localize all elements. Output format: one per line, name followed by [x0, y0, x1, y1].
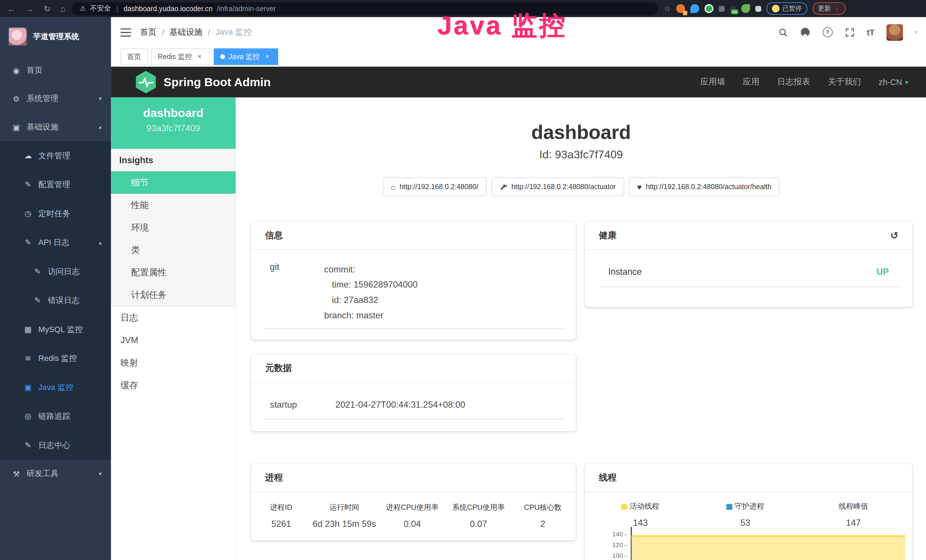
sba-logo-icon[interactable] [136, 71, 156, 93]
sba-nav-journal[interactable]: 日志报表 [777, 77, 810, 87]
sidebar-item-scheduled-jobs[interactable]: ◷ 定时任务 [0, 199, 111, 228]
close-icon[interactable]: × [263, 53, 271, 61]
info-card: 信息 git commit: time: 1596289704000 id: 2… [251, 222, 576, 340]
health-status-badge: UP [876, 266, 889, 276]
health-url-button[interactable]: ♥ http://192.168.0.2:48080/actuator/heal… [629, 177, 780, 196]
sba-section-insights: Insights [111, 149, 236, 171]
security-label[interactable]: 不安全 [90, 3, 111, 14]
ext-grid-icon[interactable] [719, 6, 725, 12]
sidebar-item-label: API 日志 [38, 237, 70, 248]
sidebar-item-java-monitor[interactable]: ▣ Java 监控 [0, 373, 111, 402]
sidebar-item-mysql-monitor[interactable]: ▦ MySQL 监控 [0, 315, 111, 344]
sba-item-logs[interactable]: 日志 [111, 307, 236, 329]
divider [601, 286, 902, 287]
avatar-caret-icon[interactable]: ▾ [915, 29, 918, 35]
sidebar-item-log-center[interactable]: ✎ 日志中心 [0, 431, 111, 460]
access-log-icon: ✎ [33, 267, 42, 276]
sidebar-item-label: 日志中心 [38, 440, 70, 451]
back-icon[interactable]: ← [7, 4, 15, 13]
tab-label: Java 监控 [228, 51, 260, 62]
history-icon[interactable]: ↺ [890, 230, 898, 241]
sba-item-metrics[interactable]: 性能 [111, 194, 236, 216]
sidebar-item-tracing[interactable]: ◎ 链路追踪 [0, 402, 111, 430]
forward-icon[interactable]: → [26, 4, 34, 13]
fullscreen-icon[interactable] [844, 27, 855, 37]
ext-pin-icon[interactable] [690, 4, 699, 13]
live-threads-area [631, 535, 905, 560]
ext-switch-icon[interactable]: on [730, 6, 736, 12]
sidebar-item-api-log[interactable]: ✎ API 日志 ▴ [0, 228, 111, 257]
tab-redis-monitor[interactable]: Redis 监控 × [151, 48, 210, 65]
api-log-icon: ✎ [24, 238, 33, 247]
sidebar-item-config-manage[interactable]: ✎ 配置管理 [0, 170, 111, 199]
process-sys-cpu-value: 0.07 [447, 519, 510, 529]
sidebar-item-label: 系统管理 [27, 93, 59, 104]
ext-leaf-icon[interactable] [741, 4, 750, 13]
ext-on-badge: on [731, 9, 738, 14]
sidebar-item-home[interactable]: ◉ 首页 [0, 56, 111, 85]
chevron-down-icon: ▾ [905, 78, 908, 86]
sidebar-item-system[interactable]: ⚙ 系统管理 ▾ [0, 85, 111, 113]
dashboard-icon: ◉ [12, 66, 21, 75]
breadcrumb-infrastructure[interactable]: 基础设施 [169, 27, 203, 37]
sba-item-details[interactable]: 细节 [111, 171, 236, 194]
ext-puzzle-icon[interactable] [755, 6, 761, 12]
sba-sidebar: dashboard 93a3fc7f7409 Insights 细节 性能 环境… [111, 98, 236, 560]
search-icon[interactable] [778, 27, 788, 37]
font-size-icon[interactable]: tT [867, 27, 875, 37]
paused-extension-pill[interactable]: 已暂停 [767, 2, 807, 15]
hamburger-icon[interactable] [120, 28, 131, 36]
reload-icon[interactable]: ↻ [44, 4, 50, 13]
github-icon[interactable] [800, 27, 811, 37]
daemon-threads-swatch [726, 504, 732, 510]
actuator-url-button[interactable]: http://192.168.0.2:48080/actuator [492, 177, 624, 196]
tab-java-monitor[interactable]: Java 监控 × [214, 48, 278, 65]
sba-item-classes[interactable]: 类 [111, 239, 236, 261]
sba-instance-id: 93a3fc7f7409 [111, 123, 236, 133]
infrastructure-icon: ▣ [12, 123, 21, 132]
ytick-100: 100 [601, 552, 627, 559]
kebab-menu-icon[interactable]: ⋮ [834, 5, 840, 12]
process-col-sys-cpu: 系统CPU使用率 [447, 502, 510, 513]
warning-icon: ⚠ [80, 5, 86, 12]
sba-item-scheduled-tasks[interactable]: 计划任务 [111, 283, 236, 307]
help-icon[interactable]: ? [823, 27, 832, 37]
tab-label: 首页 [127, 51, 141, 62]
sba-nav-applications[interactable]: 应用 [743, 77, 760, 87]
close-icon[interactable]: × [195, 53, 204, 61]
sba-nav-wallboard[interactable]: 应用墙 [701, 77, 725, 87]
sidebar-item-label: 访问日志 [48, 266, 80, 277]
process-card-title: 进程 [251, 464, 576, 492]
sidebar-item-redis-monitor[interactable]: ≋ Redis 监控 [0, 344, 111, 372]
update-button[interactable]: 更新 ⋮ [813, 2, 846, 15]
breadcrumb-home[interactable]: 首页 [140, 27, 157, 37]
sba-item-environment[interactable]: 环境 [111, 216, 236, 239]
sba-brand-title[interactable]: Spring Boot Admin [164, 75, 271, 89]
process-col-proc-cpu: 进程CPU使用率 [377, 502, 447, 513]
service-url-button[interactable]: ⌂ http://192.168.0.2:48080/ [383, 177, 487, 196]
process-col-uptime: 运行时间 [312, 502, 377, 513]
sba-item-config-props[interactable]: 配置属性 [111, 261, 236, 283]
app-logo[interactable]: 芋道管理系统 [0, 17, 111, 56]
tab-home[interactable]: 首页 [120, 48, 147, 65]
sidebar-item-error-log[interactable]: ✎ 错误日志 [0, 286, 111, 315]
sba-item-mappings[interactable]: 映射 [111, 351, 236, 374]
mysql-icon: ▦ [24, 325, 33, 334]
sidebar-item-label: 研发工具 [27, 468, 59, 479]
sba-locale-select[interactable]: zh-CN ▾ [879, 77, 908, 87]
sidebar-item-access-log[interactable]: ✎ 访问日志 [0, 257, 111, 286]
sba-instance-header[interactable]: dashboard 93a3fc7f7409 [111, 98, 236, 149]
ext-green-circle-icon[interactable] [704, 4, 713, 13]
ext-colorpicker-icon[interactable]: 1 [676, 4, 685, 13]
sba-nav-about[interactable]: 关于我们 [828, 77, 861, 87]
sidebar-item-devtools[interactable]: ⚒ 研发工具 ▾ [0, 460, 111, 488]
sidebar-item-file-manage[interactable]: ☁ 文件管理 [0, 141, 111, 170]
sba-item-jvm[interactable]: JVM [111, 329, 236, 351]
user-avatar[interactable] [887, 24, 903, 41]
browser-home-icon[interactable]: ⌂ [61, 4, 66, 13]
sidebar-item-infrastructure[interactable]: ▣ 基础设施 ▴ [0, 113, 111, 141]
sba-item-caches[interactable]: 缓存 [111, 374, 236, 397]
threads-card: 线程 活动线程 143 守护进程 53 线程峰值 147 140 120 100 [585, 464, 912, 560]
bookmark-star-icon[interactable]: ☆ [664, 4, 671, 13]
service-url: http://192.168.0.2:48080/ [399, 183, 478, 191]
